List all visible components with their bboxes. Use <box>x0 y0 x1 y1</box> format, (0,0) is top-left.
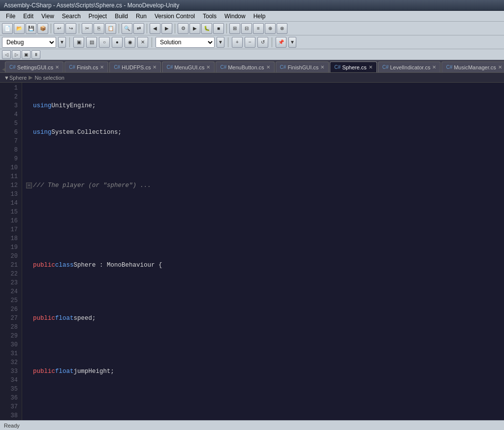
title-text: Assembly-CSharp - Assets\Scripts\Sphere.… <box>4 2 179 9</box>
more1-btn[interactable]: ⊞ <box>229 23 240 34</box>
et2[interactable]: ▷ <box>12 50 21 59</box>
toolbar1: 📄 📂 💾 📦 ↩ ↪ ✂ ⎘ 📋 🔍 ⇄ ◀ ▶ ⚙ ▶ 🐛 ■ ⊞ ⊟ ≡ … <box>0 22 504 35</box>
find-btn[interactable]: 🔍 <box>122 23 132 34</box>
code-line-12 <box>26 394 500 402</box>
tab-finish[interactable]: C# Finish.cs ✕ <box>64 61 108 72</box>
menu-search[interactable]: Search <box>58 12 85 21</box>
undo-btn[interactable]: ↩ <box>54 23 64 34</box>
et1[interactable]: ◁ <box>2 50 11 59</box>
sep3 <box>119 24 119 33</box>
tab-icon-musicmanager: C# <box>446 64 452 70</box>
sep2 <box>79 24 79 33</box>
tab-finishgui[interactable]: C# FinishGUI.cs ✕ <box>276 61 329 72</box>
replace-btn[interactable]: ⇄ <box>133 23 144 34</box>
tab-close-menugui[interactable]: ✕ <box>206 64 210 70</box>
tab-sphere[interactable]: C# Sphere.cs ✕ <box>330 61 377 72</box>
ln-12: 12 <box>0 181 18 190</box>
tab-close-musicmanager[interactable]: ✕ <box>498 64 502 70</box>
solution-dropdown-arrow[interactable]: ▼ <box>217 37 224 48</box>
et3[interactable]: ▣ <box>22 50 31 59</box>
debug-tool2[interactable]: ▤ <box>86 37 97 48</box>
tab-icon-menugui: C# <box>166 64 173 70</box>
menu-edit[interactable]: Edit <box>19 12 37 21</box>
ln-27: 27 <box>0 314 18 323</box>
pin-dropdown[interactable]: ▼ <box>288 37 296 48</box>
pin-btn[interactable]: 📌 <box>276 37 286 48</box>
debug-tool3[interactable]: ○ <box>99 37 110 48</box>
menu-version-control[interactable]: Version Control <box>151 12 199 21</box>
refresh-btn[interactable]: ↺ <box>257 37 268 48</box>
menu-view[interactable]: View <box>37 12 58 21</box>
menu-build[interactable]: Build <box>111 12 132 21</box>
nav1-btn[interactable]: ◀ <box>150 23 160 34</box>
ln-20: 20 <box>0 252 18 261</box>
ln-21: 21 <box>0 261 18 270</box>
breadcrumb-part1: Sphere <box>9 75 27 81</box>
solution-dropdown[interactable]: Solution <box>156 37 215 48</box>
tab-close-hudfps[interactable]: ✕ <box>153 64 157 70</box>
tab-levelindicator[interactable]: C# LevelIndicator.cs ✕ <box>378 61 441 72</box>
menu-project[interactable]: Project <box>85 12 111 21</box>
fold-btn-4[interactable]: − <box>26 183 32 188</box>
debug-tool6[interactable]: ✕ <box>137 37 148 48</box>
save-btn[interactable]: 💾 <box>26 23 36 34</box>
et4[interactable]: ⏸ <box>32 50 40 59</box>
menu-run[interactable]: Run <box>132 12 151 21</box>
redo-btn[interactable]: ↪ <box>65 23 76 34</box>
tab-close-sphere[interactable]: ✕ <box>369 64 373 70</box>
code-content[interactable]: using UnityEngine; using System.Collecti… <box>22 83 504 420</box>
tab-menugui[interactable]: C# MenuGUI.cs ✕ <box>162 61 215 72</box>
ln-37: 37 <box>0 402 18 411</box>
nav2-btn[interactable]: ▶ <box>161 23 172 34</box>
add-btn[interactable]: + <box>232 37 243 48</box>
run-btn[interactable]: ▶ <box>189 23 200 34</box>
tab-bar: ◀ C# SettingsGUI.cs ✕ C# Finish.cs ✕ C# … <box>0 60 504 73</box>
tab-icon-levelindicator: C# <box>382 64 389 70</box>
ln-34: 34 <box>0 376 18 385</box>
save-all-btn[interactable]: 📦 <box>37 23 48 34</box>
new-btn[interactable]: 📄 <box>2 23 13 34</box>
debug-dropdown[interactable]: Debug Release <box>2 37 56 48</box>
ln-35: 35 <box>0 385 18 394</box>
paste-btn[interactable]: 📋 <box>105 23 116 34</box>
minus-btn[interactable]: − <box>245 37 255 48</box>
menu-window[interactable]: Window <box>220 12 250 21</box>
tab-close-finishgui[interactable]: ✕ <box>320 64 324 70</box>
code-line-3 <box>26 154 500 163</box>
sep-d1 <box>69 37 70 47</box>
tab-icon-menubutton: C# <box>220 64 226 70</box>
open-btn[interactable]: 📂 <box>14 23 25 34</box>
tab-hudfps[interactable]: C# HUDFPS.cs ✕ <box>109 61 161 72</box>
more3-btn[interactable]: ≡ <box>253 23 264 34</box>
ln-29: 29 <box>0 332 18 340</box>
ln-14: 14 <box>0 199 18 208</box>
debug-dropdown-arrow[interactable]: ▼ <box>58 37 66 48</box>
copy-btn[interactable]: ⎘ <box>94 23 104 34</box>
ln-15: 15 <box>0 208 18 216</box>
tab-close-settings[interactable]: ✕ <box>55 64 59 70</box>
tab-close-menubutton[interactable]: ✕ <box>266 64 270 70</box>
status-text: Ready <box>4 423 20 429</box>
debug-tool4[interactable]: ● <box>112 37 123 48</box>
tab-close-levelindicator[interactable]: ✕ <box>432 64 436 70</box>
ln-19: 19 <box>0 243 18 252</box>
menu-tools[interactable]: Tools <box>199 12 220 21</box>
cut-btn[interactable]: ✂ <box>82 23 93 34</box>
tab-musicmanager[interactable]: C# MusicManager.cs ✕ <box>441 61 504 72</box>
tab-close-finish[interactable]: ✕ <box>100 64 104 70</box>
debug-tool1[interactable]: ▣ <box>73 37 84 48</box>
menu-help[interactable]: Help <box>250 12 270 21</box>
tab-menubutton[interactable]: C# MenuButton.cs ✕ <box>216 61 274 72</box>
more4-btn[interactable]: ⊕ <box>265 23 276 34</box>
more5-btn[interactable]: ⊗ <box>277 23 287 34</box>
code-editor[interactable]: 1 2 3 4 5 6 7 8 9 10 11 12 13 14 15 16 1… <box>0 83 504 420</box>
debug-btn[interactable]: 🐛 <box>201 23 212 34</box>
build-btn[interactable]: ⚙ <box>178 23 189 34</box>
more2-btn[interactable]: ⊟ <box>241 23 252 34</box>
menu-file[interactable]: File <box>2 12 19 21</box>
debug-tool5[interactable]: ◉ <box>125 37 135 48</box>
tab-settings[interactable]: C# SettingsGUI.cs ✕ <box>5 61 63 72</box>
ln-13: 13 <box>0 190 18 199</box>
stop-btn[interactable]: ■ <box>213 23 224 34</box>
status-bar: Ready <box>0 420 504 430</box>
